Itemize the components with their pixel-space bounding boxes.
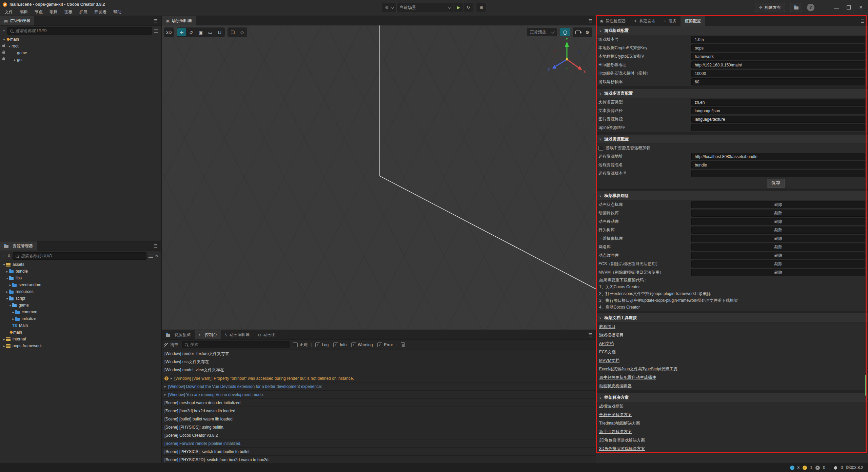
open-project-folder-button[interactable] [790, 3, 802, 12]
section-header-框架文档工具链接[interactable]: ∨框架文档工具链接 [596, 313, 868, 322]
inspector-menu-button[interactable]: ☰ [857, 16, 868, 26]
trim-button[interactable]: 剔除 [691, 218, 865, 225]
help-button[interactable]: ? [807, 4, 814, 11]
expander-icon[interactable]: ▾ [2, 263, 6, 267]
expander-icon[interactable]: ▾ [5, 297, 9, 300]
link-Excel格式转Json文件与TypeScript代码工具[interactable]: Excel格式转Json文件与TypeScript代码工具 [599, 366, 677, 372]
tree-row-gui[interactable]: ▸gui [0, 56, 161, 63]
field-input[interactable]: zh,en [691, 99, 865, 106]
log-row[interactable]: [Window] render_texture文件夹存在 [162, 350, 596, 358]
log-expander-icon[interactable]: ▸ [171, 376, 172, 380]
camera-button[interactable] [573, 28, 582, 36]
toggle-3d-button[interactable]: 3D [164, 28, 173, 36]
log-row[interactable]: !▸[Window] [Vue warn]: Property "onInput… [162, 374, 596, 382]
warning-icon[interactable]: ! [803, 466, 807, 470]
filter-Log[interactable]: ✓Log [315, 342, 329, 347]
link-动画状态机编辑器[interactable]: 动画状态机编辑器 [599, 383, 632, 389]
render-mode-select[interactable]: 正常渲染 [527, 28, 557, 37]
trim-button[interactable]: 剔除 [691, 235, 865, 242]
move-tool-button[interactable]: ✛ [177, 28, 186, 36]
filter-icon[interactable] [154, 29, 158, 33]
log-row[interactable]: [Window] ecs文件夹存在 [162, 358, 596, 366]
log-row[interactable]: [Scene] [PHYSICS]: switch from builtin t… [162, 448, 596, 456]
lighting-toggle-button[interactable] [560, 28, 570, 36]
console-menu-button[interactable]: ☰ [585, 330, 596, 339]
orientation-gizmo[interactable]: Y X Z [545, 37, 589, 81]
maximize-button[interactable] [845, 5, 852, 11]
menu-item-扩展[interactable]: 扩展 [76, 9, 91, 15]
section-header-游戏资源配置[interactable]: ∨游戏资源配置 [596, 135, 868, 144]
log-expander-icon[interactable]: ▸ [164, 393, 166, 396]
log-row[interactable]: [Scene] Forward render pipeline initiali… [162, 439, 596, 448]
expander-icon[interactable]: ▾ [7, 44, 12, 48]
hierarchy-menu-button[interactable]: ☰ [150, 16, 161, 25]
minimize-button[interactable]: — [833, 5, 840, 11]
tab-asset-preview[interactable]: 资源预览 [162, 330, 195, 339]
field-input[interactable]: 10000 [691, 70, 865, 77]
menu-item-帮助[interactable]: 帮助 [110, 9, 125, 15]
link-全栈开发解决方案[interactable]: 全栈开发解决方案 [599, 412, 632, 418]
restart-button[interactable]: ↻ [463, 3, 473, 12]
link-ECS文档[interactable]: ECS文档 [599, 349, 616, 355]
tree-row-common[interactable]: ▸common [0, 309, 161, 315]
play-button[interactable]: ▶ [454, 3, 463, 12]
log-row[interactable]: ▸[Window] Download the Vue Devtools exte… [162, 382, 596, 391]
expander-icon[interactable]: ▾ [5, 276, 9, 280]
assets-menu-button[interactable]: ☰ [150, 241, 161, 251]
filter-icon[interactable] [149, 255, 153, 258]
info-icon[interactable]: i [790, 466, 794, 470]
filter-Info[interactable]: ✓Info [333, 342, 347, 347]
tree-row-Main[interactable]: TSMain [0, 322, 161, 329]
trim-button[interactable]: 剔除 [691, 269, 865, 276]
rotate-tool-button[interactable]: ↺ [187, 28, 196, 36]
scene-select[interactable]: 当前场景 [397, 3, 454, 12]
coordinate-button[interactable]: ◇ [238, 28, 246, 36]
tree-row-oops-framework[interactable]: ▸oops-framework [0, 342, 161, 349]
hierarchy-search-input[interactable]: 搜索名称或 UUID [7, 27, 152, 35]
scene-settings-button[interactable]: ⚙ [583, 28, 592, 36]
section-header-框架解决方案[interactable]: ∨框架解决方案 [596, 393, 868, 402]
log-row[interactable]: [Scene] [box2d]:box2d wasm lib loaded. [162, 407, 596, 415]
trim-button[interactable]: 剔除 [691, 243, 865, 251]
link-MVVM文档[interactable]: MVVM文档 [599, 358, 619, 363]
expander-icon[interactable]: ▾ [8, 303, 12, 307]
link-3D角色扮演游戏解决方案[interactable]: 3D角色扮演游戏解决方案 [599, 446, 645, 452]
expander-icon[interactable]: ▸ [2, 337, 6, 341]
collapse-log-icon[interactable] [401, 342, 405, 347]
link-原生包热更新配置自动生成插件[interactable]: 原生包热更新配置自动生成插件 [599, 375, 656, 380]
scene-tab[interactable]: ▣ 场景编辑器 [162, 16, 196, 25]
expander-icon[interactable]: ▸ [13, 58, 17, 62]
tree-row-bundle[interactable]: ▸bundle [0, 268, 161, 275]
log-row[interactable]: [Scene] Cocos Creator v3.8.2 [162, 431, 596, 439]
tree-row-initialize[interactable]: ▸initialize [0, 315, 161, 322]
refresh-icon[interactable]: ↻ [155, 254, 158, 258]
field-input[interactable]: bundle [691, 161, 865, 169]
field-input[interactable] [691, 170, 865, 177]
tree-row-assets[interactable]: ▾assets [0, 261, 161, 268]
tree-row-game[interactable]: ▾game [0, 302, 161, 309]
tree-row-root[interactable]: ▾root [0, 43, 161, 50]
assets-search-input[interactable]: 搜索名称或 UUID [13, 252, 146, 260]
clear-console-button[interactable]: 清空 [164, 342, 178, 348]
pivot-button[interactable]: ❏ [228, 28, 237, 36]
log-row[interactable]: [Scene] [PHYSICS2D]: switch from box2d-w… [162, 456, 596, 463]
field-input[interactable]: http://localhost:8083/assets/bundle [691, 153, 865, 160]
link-教程项目[interactable]: 教程项目 [599, 324, 615, 330]
field-input[interactable]: 60 [691, 78, 865, 85]
error-icon[interactable]: × [815, 466, 820, 470]
field-input[interactable]: http://192.168.0.150/main/ [691, 61, 865, 68]
close-button[interactable]: × [857, 4, 865, 11]
save-button[interactable]: 保存 [767, 179, 785, 188]
log-row[interactable]: [Window] model_view文件夹存在 [162, 366, 596, 374]
section-header-游戏基础配置[interactable]: ∨游戏基础配置 [596, 26, 868, 35]
tree-row-game[interactable]: game [0, 50, 161, 56]
section-header-游戏多语言配置[interactable]: ∨游戏多语言配置 [596, 89, 868, 98]
trim-button[interactable]: 剔除 [691, 252, 865, 259]
log-row[interactable]: ▸[Window] You are running Vue in develop… [162, 391, 596, 399]
tree-row-script[interactable]: ▾script [0, 295, 161, 302]
expander-icon[interactable]: ▸ [11, 310, 15, 314]
trim-button[interactable]: 剔除 [691, 260, 865, 268]
menu-item-编辑[interactable]: 编辑 [16, 9, 31, 15]
field-input[interactable]: 1.0.5 [691, 36, 865, 43]
link-新手引导解决方案[interactable]: 新手引导解决方案 [599, 429, 632, 435]
